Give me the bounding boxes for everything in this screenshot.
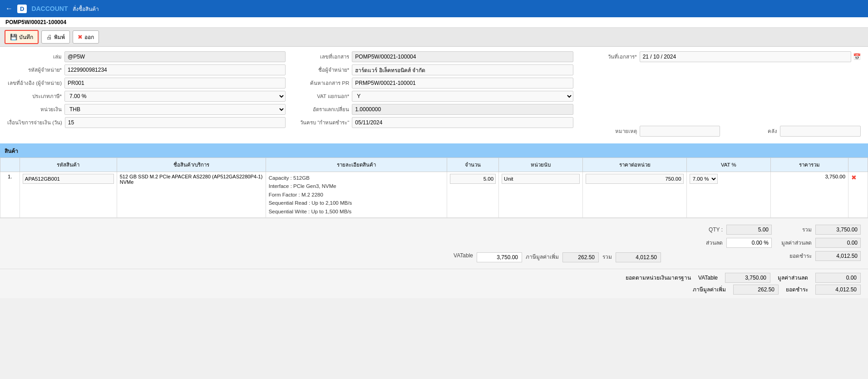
- vatable-side-label: VATable: [454, 252, 473, 259]
- vat-amount-label: ภาษีมูลค่าเพิ่ม: [526, 252, 559, 261]
- bottom-discount-value: 0.00: [846, 275, 857, 281]
- doc-date-input[interactable]: [640, 51, 851, 62]
- payment-row: เงื่อนไขการจ่ายเงิน (วัน): [7, 117, 286, 128]
- discount-amount-label: มูลค่าส่วนลด: [775, 238, 812, 247]
- tax-select[interactable]: 7.00 %: [64, 91, 286, 102]
- net-value-box: 4,012.50: [815, 251, 861, 261]
- book-label: เล่ม: [7, 53, 62, 61]
- bottom-discount-label: มูลค่าส่วนลด: [778, 273, 808, 282]
- exchange-row: อัตราแลกเปลี่ยน: [295, 104, 573, 115]
- ref-input[interactable]: [64, 78, 286, 89]
- book-row: เล่ม: [7, 51, 286, 62]
- total-right-label: รวม: [775, 225, 812, 234]
- discount-pct: 0.00 %: [752, 240, 769, 246]
- discount-label: ส่วนลด: [686, 238, 723, 247]
- row-code: [20, 172, 117, 218]
- document-id: POMP5W/00021-100004: [5, 19, 66, 25]
- discount-row: ส่วนลด 0.00 % มูลค่าส่วนลด 0.00: [679, 238, 861, 248]
- due-date-row: วันครบ "กำหนดชำระ": [295, 117, 573, 128]
- doc-date-field: 📅: [640, 51, 861, 62]
- vat-row: VAT แยกนอก* Y: [295, 91, 573, 102]
- vat-select[interactable]: Y: [352, 91, 573, 102]
- vat-label: VAT แยกนอก*: [295, 92, 349, 100]
- warehouse-input[interactable]: [780, 126, 861, 137]
- grand-total-box: 4,012.50: [616, 252, 661, 262]
- ref-row: เลขที่อ้างอิง (ผู้จำหน่าย): [7, 78, 286, 89]
- form-section: เล่ม รหัสผู้จำหน่าย* เลขที่อ้างอิง (ผู้จ…: [0, 47, 868, 144]
- row-total: 3,750.00: [771, 172, 848, 218]
- delete-button[interactable]: ✖: [851, 174, 857, 181]
- summary-section: VATable 3,750.00 ภาษีมูลค่าเพิ่ม 262.50 …: [0, 218, 868, 269]
- net-row: ยอดชำระ 4,012.50: [679, 251, 861, 261]
- col-no: [0, 158, 20, 172]
- pr-ref-row: ค้นหาเอกสาร PR: [295, 78, 573, 89]
- vatable-input[interactable]: 3,750.00: [477, 252, 522, 262]
- qty-input[interactable]: [450, 174, 496, 184]
- products-section-header: สินค้า: [0, 144, 868, 158]
- qty-value: 5.00: [758, 226, 769, 233]
- product-table: รหัสสินค้า ชื่อสินค้า/บริการ รายละเอียดส…: [0, 158, 868, 218]
- table-row: 1. 512 GB SSD M.2 PCIe APACER AS2280 (AP…: [0, 172, 868, 218]
- doc-date-row: วันที่เอกสาร* 📅: [582, 51, 861, 62]
- save-icon: 💾: [10, 34, 17, 40]
- discount-amount-box: 0.00: [815, 238, 861, 248]
- price-input[interactable]: [586, 174, 683, 184]
- doc-no-label: เลขที่เอกสาร: [295, 53, 349, 61]
- vendor-code-input[interactable]: [64, 64, 286, 75]
- doc-date-label: วันที่เอกสาร*: [582, 53, 637, 61]
- vendor-name-row: ชื่อผู้จำหน่าย*: [295, 64, 573, 75]
- remark-label: หมายเหตุ: [582, 127, 637, 135]
- col-detail: รายละเอียดสินค้า: [266, 158, 447, 172]
- bottom-vat-label: ภาษีมูลค่าเพิ่ม: [693, 285, 726, 294]
- remark-input[interactable]: [640, 126, 720, 137]
- row-no: 1.: [0, 172, 20, 218]
- main-content: เล่ม รหัสผู้จำหน่าย* เลขที่อ้างอิง (ผู้จ…: [0, 47, 868, 298]
- due-date-label: วันครบ "กำหนดชำระ": [295, 118, 349, 127]
- exchange-label: อัตราแลกเปลี่ยน: [295, 105, 349, 113]
- tax-row: ประเภทภาษี* 7.00 %: [7, 91, 286, 102]
- exit-button[interactable]: ✖ ออก: [73, 30, 99, 44]
- col-action: [848, 158, 868, 172]
- row-vat: 7.00 %: [686, 172, 770, 218]
- calendar-icon[interactable]: 📅: [853, 53, 861, 60]
- bottom-vat-box: 262.50: [733, 285, 779, 295]
- back-button[interactable]: ←: [5, 5, 13, 13]
- book-input[interactable]: [64, 51, 286, 62]
- save-label: บันทึก: [19, 33, 33, 41]
- net-value: 4,012.50: [836, 253, 858, 259]
- print-label: พิมพ์: [54, 33, 65, 41]
- doc-no-row: เลขที่เอกสาร: [295, 51, 573, 62]
- vat-select[interactable]: 7.00 %: [690, 174, 718, 184]
- vendor-name-label: ชื่อผู้จำหน่าย*: [295, 66, 349, 74]
- vat-amount-value: 262.50: [578, 254, 595, 261]
- bottom-summary: ยอดตามหน่วยเงินมาตรฐาน VATable 3,750.00 …: [0, 269, 868, 298]
- col-qty: จำนวน: [447, 158, 499, 172]
- exit-icon: ✖: [78, 34, 83, 40]
- exchange-input[interactable]: [352, 104, 573, 115]
- unit-input[interactable]: [502, 174, 580, 184]
- bottom-vat-value: 262.50: [758, 286, 774, 293]
- row-price: [583, 172, 686, 218]
- print-button[interactable]: 🖨 พิมพ์: [41, 30, 70, 44]
- code-input[interactable]: [23, 174, 114, 184]
- payment-input[interactable]: [65, 117, 286, 128]
- col-unit: หน่วยนับ: [499, 158, 583, 172]
- products-header-label: สินค้า: [5, 148, 18, 154]
- std-unit-label: ยอดตามหน่วยเงินมาตรฐาน: [626, 273, 691, 282]
- payment-label: เงื่อนไขการจ่ายเงิน (วัน): [7, 118, 62, 127]
- due-date-input[interactable]: [352, 117, 573, 128]
- vendor-name-input[interactable]: [352, 64, 573, 75]
- print-icon: 🖨: [46, 34, 52, 40]
- row-unit: [499, 172, 583, 218]
- row-name: 512 GB SSD M.2 PCIe APACER AS2280 (AP512…: [117, 172, 266, 218]
- vat-amount-box: 262.50: [562, 252, 599, 262]
- save-button[interactable]: 💾 บันทึก: [5, 30, 39, 44]
- currency-select[interactable]: THB: [64, 104, 286, 115]
- pr-ref-input[interactable]: [352, 78, 573, 89]
- doc-no-input[interactable]: [352, 51, 573, 62]
- qty-row: QTY : 5.00 รวม 3,750.00: [679, 225, 861, 235]
- qty-value-box: 5.00: [726, 225, 772, 235]
- ref-label: เลขที่อ้างอิง (ผู้จำหน่าย): [7, 79, 62, 87]
- bottom-vatable-value: 3,750.00: [745, 275, 766, 281]
- total-right-box: 3,750.00: [815, 225, 861, 235]
